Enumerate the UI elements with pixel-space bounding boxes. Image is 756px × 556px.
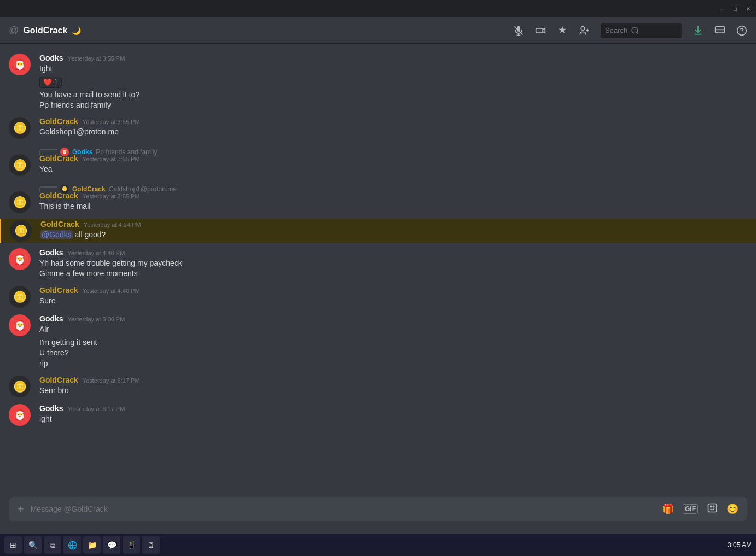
message-header: GoldCrack Yesterday at 4:24 PM: [40, 220, 747, 229]
inbox-icon[interactable]: [714, 25, 725, 36]
message-header: GoldCrack Yesterday at 3:55 PM: [39, 117, 747, 126]
message-input[interactable]: [31, 505, 662, 513]
username: Godks: [39, 314, 63, 323]
message-group: 🎅 Godks Yesterday at 6:17 PM ight: [0, 403, 756, 427]
add-content-button[interactable]: +: [18, 503, 24, 516]
message-content: GoldCrack Yesterday at 6:17 PM Senr bro: [39, 376, 747, 396]
message-text: @Godks all good?: [40, 230, 747, 241]
gif-icon[interactable]: GIF: [683, 504, 698, 514]
timestamp: Yesterday at 4:40 PM: [83, 288, 140, 294]
pin-icon[interactable]: [557, 25, 568, 36]
reply-reference: 🪙 GoldCrack Goldshop1@proton.me: [31, 185, 177, 194]
username: GoldCrack: [39, 286, 78, 295]
message-text: ight: [39, 414, 747, 425]
message-header: Godks Yesterday at 3:55 PM: [39, 54, 747, 62]
timestamp: Yesterday at 6:17 PM: [83, 377, 140, 384]
reaction[interactable]: ❤️ 1: [39, 77, 62, 88]
avatar: 🪙: [9, 286, 31, 308]
start-button[interactable]: ⊞: [4, 536, 22, 554]
svg-rect-1: [536, 28, 543, 32]
app1[interactable]: 📱: [123, 536, 140, 554]
input-area: + 🎁 GIF 😊: [0, 497, 756, 534]
reply-text: Goldshop1@proton.me: [109, 185, 177, 193]
username: Godks: [39, 248, 63, 257]
message-group: 🪙 GoldCrack Goldshop1@proton.me 🪙 GoldCr…: [0, 182, 756, 214]
taskbar: ⊞ 🔍 ⧉ 🌐 📁 💬 📱 🖥 3:05 AM: [0, 534, 756, 556]
message-group: 🪙 GoldCrack Yesterday at 6:17 PM Senr br…: [0, 374, 756, 399]
svg-point-5: [632, 27, 638, 33]
search-taskbar[interactable]: 🔍: [24, 536, 42, 554]
message-group: 🎅 Godks Yesterday at 3:55 PM Ight ❤️ 1: [0, 52, 756, 89]
explorer-icon[interactable]: 📁: [83, 536, 101, 554]
message-content: Godks Yesterday at 3:55 PM Ight ❤️ 1: [39, 54, 747, 88]
topbar: @ GoldCrack 🌙 Search: [0, 17, 756, 44]
maximize-button[interactable]: □: [732, 5, 738, 12]
main-content: 🎅 Godks Yesterday at 3:55 PM Ight ❤️ 1 Y…: [0, 44, 756, 534]
topbar-icons: Search: [513, 23, 747, 38]
message-text: This is the mail: [39, 201, 747, 212]
reply-avatar: 🎅: [60, 148, 69, 156]
reply-avatar: 🪙: [60, 185, 69, 194]
svg-point-2: [581, 26, 585, 30]
message-continuation: You have a mail to send it to? Pp friend…: [0, 89, 756, 112]
username: Godks: [39, 404, 63, 413]
reaction-count: 1: [54, 78, 58, 86]
message-text: U there?: [39, 348, 747, 359]
minimize-button[interactable]: ─: [719, 5, 725, 12]
discord-taskbar[interactable]: 💬: [103, 536, 120, 554]
sticker-icon[interactable]: [707, 502, 718, 516]
search-box[interactable]: Search: [601, 23, 682, 38]
message-header: Godks Yesterday at 6:17 PM: [39, 404, 747, 413]
reply-text: Pp friends and family: [96, 148, 157, 156]
timestamp: Yesterday at 5:06 PM: [68, 316, 125, 323]
add-friend-icon[interactable]: [579, 25, 590, 36]
avatar: 🪙: [9, 376, 31, 397]
message-group: 🪙 GoldCrack Yesterday at 3:55 PM Goldsho…: [0, 116, 756, 140]
timestamp: Yesterday at 3:55 PM: [83, 156, 140, 162]
chat-area: 🎅 Godks Yesterday at 3:55 PM Ight ❤️ 1 Y…: [0, 44, 756, 534]
message-text: Yh had some trouble getting my paycheck: [39, 258, 747, 269]
emoji-icon[interactable]: 😊: [726, 503, 738, 515]
search-icon: [631, 26, 639, 35]
message-header: Godks Yesterday at 5:06 PM: [39, 314, 747, 323]
channel-header: @ GoldCrack 🌙: [9, 25, 81, 36]
svg-rect-11: [708, 504, 717, 512]
message-content: GoldCrack Yesterday at 3:55 PM Goldshop1…: [39, 117, 747, 138]
username: GoldCrack: [39, 117, 78, 126]
gift-icon[interactable]: 🎁: [662, 503, 674, 515]
message-text: Senr bro: [39, 385, 747, 396]
message-content: GoldCrack Yesterday at 4:40 PM Sure: [39, 286, 747, 307]
message-text: Gimme a few more moments: [39, 268, 747, 279]
message-text: Yea: [39, 164, 747, 175]
message-content: Godks Yesterday at 6:17 PM ight: [39, 404, 747, 425]
reply-username: Godks: [72, 148, 92, 156]
mention: @Godks: [40, 230, 73, 239]
at-icon: @: [9, 25, 19, 36]
message-group: 🎅 Godks Yesterday at 4:40 PM Yh had some…: [0, 247, 756, 280]
channel-name: GoldCrack: [23, 26, 67, 36]
download-icon[interactable]: [693, 25, 703, 36]
close-button[interactable]: ✕: [745, 5, 752, 12]
mute-icon[interactable]: [513, 25, 524, 36]
app2[interactable]: 🖥: [142, 536, 160, 554]
moon-icon: 🌙: [72, 26, 81, 35]
message-content: Godks Yesterday at 4:40 PM Yh had some t…: [39, 248, 747, 279]
taskview[interactable]: ⧉: [44, 536, 61, 554]
edge-icon[interactable]: 🌐: [63, 536, 81, 554]
message-input-wrapper: + 🎁 GIF 😊: [9, 497, 747, 521]
message-group-highlighted: 🪙 GoldCrack Yesterday at 4:24 PM @Godks …: [0, 219, 756, 243]
video-icon[interactable]: [535, 25, 546, 36]
svg-point-12: [710, 506, 712, 507]
message-text: Goldshop1@proton.me: [39, 127, 747, 138]
message-header: GoldCrack Yesterday at 4:40 PM: [39, 286, 747, 295]
message-text: Ight: [39, 63, 747, 74]
titlebar: ─ □ ✕: [0, 0, 756, 17]
message-text: Alr: [39, 324, 747, 335]
help-icon[interactable]: [736, 25, 747, 36]
message-header: Godks Yesterday at 4:40 PM: [39, 248, 747, 257]
svg-point-13: [713, 506, 714, 507]
username: GoldCrack: [40, 220, 79, 229]
message-content: GoldCrack Yesterday at 3:55 PM This is t…: [39, 191, 747, 212]
timestamp: Yesterday at 3:55 PM: [83, 193, 140, 200]
message-text: rip: [39, 359, 747, 370]
